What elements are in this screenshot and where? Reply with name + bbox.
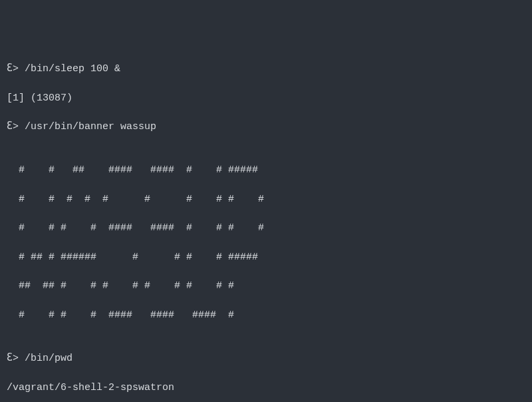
prompt-line[interactable]: Ɛ> /bin/pwd (7, 351, 525, 366)
output-line: # # # # #### #### #### # (7, 308, 525, 323)
output-line: [1] (13087) (7, 91, 525, 106)
prompt-line[interactable]: Ɛ> /bin/sleep 100 & (7, 62, 525, 77)
output-line: # # # # #### #### # # # # (7, 221, 525, 236)
prompt-line[interactable]: Ɛ> /usr/bin/banner wassup (7, 120, 525, 134)
output-line: /vagrant/6-shell-2-spswatron (7, 381, 525, 395)
output-line: # ## # ###### # # # # ##### (7, 250, 525, 265)
output-line: # # ## #### #### # # ##### (7, 163, 525, 178)
output-line: # # # # # # # # # # (7, 192, 525, 207)
output-line: ## ## # # # # # # # # # (7, 279, 525, 294)
